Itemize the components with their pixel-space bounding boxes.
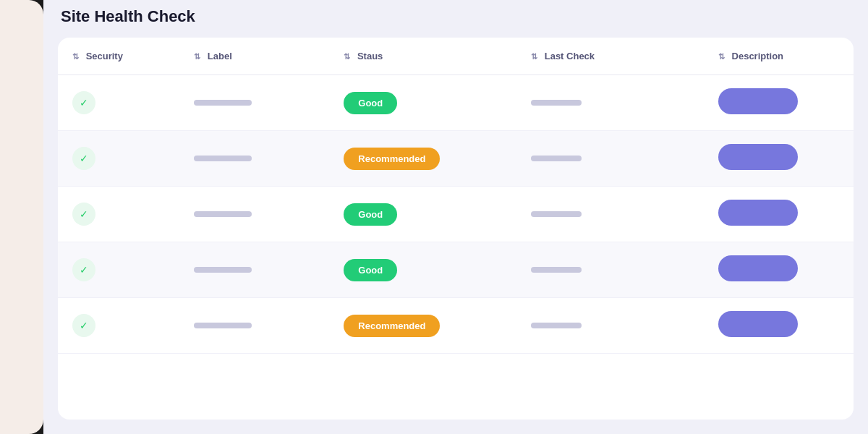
table-row: ✓Recommended [58, 298, 854, 354]
cell-security: ✓ [58, 187, 179, 242]
cell-lastcheck [516, 187, 704, 242]
description-badge [718, 144, 798, 170]
cell-security: ✓ [58, 131, 179, 187]
cell-status: Recommended [329, 298, 516, 354]
main-area: Site Health Check ⇅ Security ⇅ Label ⇅ S… [43, 0, 868, 434]
col-header-lastcheck[interactable]: ⇅ Last Check [516, 38, 704, 75]
sort-icon-label: ⇅ [194, 52, 200, 61]
sort-icon-description: ⇅ [718, 52, 725, 61]
label-bar [194, 267, 252, 273]
status-badge: Good [344, 92, 397, 114]
description-badge [718, 88, 798, 114]
label-bar [194, 211, 252, 217]
cell-label [179, 75, 329, 131]
status-badge: Good [344, 259, 397, 281]
table-row: ✓Good [58, 187, 854, 242]
status-badge: Recommended [344, 315, 440, 337]
description-badge [718, 311, 798, 337]
card: ⇅ Security ⇅ Label ⇅ Staus ⇅ Last Check [58, 38, 854, 420]
cell-status: Recommended [329, 131, 516, 187]
last-check-bar [531, 267, 582, 273]
last-check-bar [531, 211, 582, 217]
cell-label [179, 187, 329, 242]
last-check-bar [531, 156, 582, 161]
description-badge [718, 255, 798, 281]
table-row: ✓Good [58, 242, 854, 298]
col-header-label[interactable]: ⇅ Label [179, 38, 329, 75]
cell-security: ✓ [58, 75, 179, 131]
cell-lastcheck [516, 131, 704, 187]
cell-status: Good [329, 242, 516, 298]
cell-description [704, 187, 854, 242]
last-check-bar [531, 100, 582, 106]
check-icon: ✓ [72, 147, 95, 170]
description-badge [718, 200, 798, 226]
check-icon: ✓ [72, 314, 95, 337]
table-row: ✓Good [58, 75, 854, 131]
cell-status: Good [329, 75, 516, 131]
table-row: ✓Recommended [58, 131, 854, 187]
cell-status: Good [329, 187, 516, 242]
sort-icon-lastcheck: ⇅ [531, 52, 537, 61]
cell-lastcheck [516, 298, 704, 354]
cell-description [704, 242, 854, 298]
col-header-description[interactable]: ⇅ Description [704, 38, 854, 75]
sidebar [0, 0, 43, 434]
cell-label [179, 298, 329, 354]
status-badge: Good [344, 203, 397, 226]
cell-security: ✓ [58, 298, 179, 354]
cell-label [179, 242, 329, 298]
sort-icon-security: ⇅ [72, 52, 79, 61]
cell-security: ✓ [58, 242, 179, 298]
cell-lastcheck [516, 75, 704, 131]
cell-lastcheck [516, 242, 704, 298]
page-title: Site Health Check [58, 7, 854, 26]
check-icon: ✓ [72, 91, 95, 114]
table-header-row: ⇅ Security ⇅ Label ⇅ Staus ⇅ Last Check [58, 38, 854, 75]
label-bar [194, 156, 252, 161]
check-icon: ✓ [72, 203, 95, 226]
check-icon: ✓ [72, 258, 95, 281]
label-bar [194, 100, 252, 106]
status-badge: Recommended [344, 148, 440, 170]
cell-description [704, 75, 854, 131]
last-check-bar [531, 323, 582, 328]
cell-description [704, 131, 854, 187]
col-header-security[interactable]: ⇅ Security [58, 38, 179, 75]
label-bar [194, 323, 252, 328]
cell-description [704, 298, 854, 354]
sort-icon-status: ⇅ [344, 52, 350, 61]
health-check-table: ⇅ Security ⇅ Label ⇅ Staus ⇅ Last Check [58, 38, 854, 354]
cell-label [179, 131, 329, 187]
col-header-status[interactable]: ⇅ Staus [329, 38, 516, 75]
